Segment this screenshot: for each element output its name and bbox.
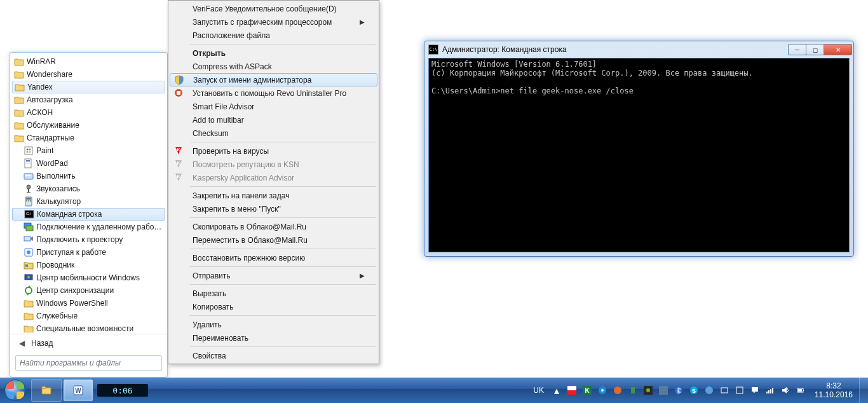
- start-button[interactable]: [0, 378, 31, 403]
- ctx-item[interactable]: Запуск от имени администратора: [170, 73, 377, 86]
- start-item-стандартные[interactable]: Стандартные: [12, 132, 165, 144]
- tray-app-icon-4[interactable]: [719, 385, 730, 396]
- start-item-обслуживание[interactable]: Обслуживание: [12, 119, 165, 132]
- start-item-калькулятор[interactable]: Калькулятор: [12, 195, 165, 208]
- explorer-icon: [24, 260, 34, 270]
- ctx-item[interactable]: Закрепить в меню "Пуск": [170, 202, 377, 215]
- start-item-подключение-к-удаленному-рабочему[interactable]: Подключение к удаленному рабочему: [12, 221, 165, 233]
- svg-point-48: [646, 388, 650, 392]
- start-item-winrar[interactable]: WinRAR: [12, 55, 165, 68]
- language-indicator[interactable]: UK: [528, 386, 549, 395]
- start-item-wordpad[interactable]: WordPad: [12, 157, 165, 170]
- svg-point-3: [27, 151, 29, 153]
- ctx-item[interactable]: Установить с помощью Revo Uninstaller Pr…: [170, 86, 377, 100]
- svg-rect-26: [25, 264, 28, 267]
- tray-app-icon-5[interactable]: [734, 385, 745, 396]
- clock-date: 11.10.2016: [815, 390, 853, 399]
- start-item-специальные-возможности[interactable]: Специальные возможности: [12, 322, 165, 332]
- svg-rect-0: [25, 147, 32, 154]
- start-item-выполнить[interactable]: Выполнить: [12, 170, 165, 182]
- clock-time: 8:32: [815, 381, 853, 390]
- svg-rect-57: [768, 390, 770, 393]
- tray-app-icon-3[interactable]: [703, 385, 715, 396]
- ctx-item[interactable]: KПроверить на вирусы: [170, 144, 377, 158]
- run-icon: [24, 171, 34, 181]
- ctx-item[interactable]: VeriFace Уведомительное сообщение(D): [170, 2, 377, 15]
- ctx-item[interactable]: Checksum: [170, 126, 377, 140]
- word-icon: W: [73, 385, 83, 395]
- tray-teamviewer-icon[interactable]: [597, 385, 608, 396]
- ctx-item[interactable]: Add to multibar: [170, 113, 377, 126]
- ctx-item[interactable]: Smart File Advisor: [170, 100, 377, 113]
- start-item-paint[interactable]: Paint: [12, 144, 165, 157]
- maximize-button[interactable]: ◻: [806, 44, 824, 55]
- tray-power-icon[interactable]: [795, 385, 806, 396]
- start-item-yandex[interactable]: Yandex: [12, 81, 165, 93]
- start-item-автозагрузка[interactable]: Автозагрузка: [12, 93, 165, 106]
- close-button[interactable]: ✕: [824, 44, 852, 55]
- start-item-label: WordPad: [36, 159, 68, 168]
- ctx-separator: [190, 217, 376, 218]
- ctx-item[interactable]: Переместить в Облако@Mail.Ru: [170, 233, 377, 247]
- start-item-подключить-к-проектору[interactable]: Подключить к проектору: [12, 233, 165, 246]
- ctx-item[interactable]: Compress with ASPack: [170, 60, 377, 73]
- start-item-аскон[interactable]: АСКОН: [12, 106, 165, 119]
- start-item-центр-синхронизации[interactable]: Центр синхронизации: [12, 284, 165, 297]
- ctx-item[interactable]: Восстановить прежнюю версию: [170, 251, 377, 264]
- tray-skype-icon[interactable]: S: [688, 385, 700, 396]
- tray-network-icon[interactable]: [764, 385, 776, 396]
- tray-flag-icon[interactable]: [566, 385, 578, 396]
- ctx-item[interactable]: Открыть: [170, 46, 377, 60]
- tray-nvidia-icon[interactable]: [642, 385, 654, 396]
- ctx-item[interactable]: Запустить с графическим процессором▶: [170, 15, 377, 29]
- taskbar-timer[interactable]: 0:06: [95, 379, 148, 402]
- ctx-item[interactable]: Удалить: [170, 318, 377, 331]
- ctx-item[interactable]: Отправить▶: [170, 269, 377, 282]
- folder-icon: [14, 57, 24, 67]
- system-tray: UK ▴ K S 8:32 11.10.2016: [528, 378, 868, 403]
- svg-rect-15: [26, 198, 31, 200]
- start-search-box[interactable]: [15, 355, 162, 371]
- start-item-центр-мобильности-windows[interactable]: Центр мобильности Windows: [12, 271, 165, 284]
- start-item-windows-powershell[interactable]: Windows PowerShell: [12, 297, 165, 310]
- folder-icon: [24, 324, 34, 332]
- tray-app-icon-2[interactable]: [658, 385, 669, 396]
- taskbar-explorer[interactable]: [31, 379, 62, 402]
- svg-rect-61: [803, 390, 804, 391]
- svg-text:C:\: C:\: [26, 212, 31, 215]
- ctx-item[interactable]: Копировать: [170, 300, 377, 313]
- ctx-item[interactable]: Расположение файла: [170, 29, 377, 42]
- ctx-item[interactable]: Закрепить на панели задач: [170, 189, 377, 202]
- ctx-item[interactable]: Свойства: [170, 349, 377, 362]
- show-desktop-button[interactable]: [859, 378, 868, 403]
- start-search-input[interactable]: [20, 359, 158, 367]
- tray-usb-icon[interactable]: [627, 385, 639, 396]
- start-item-командная-строка[interactable]: C:\Командная строка: [12, 208, 165, 221]
- start-menu-back[interactable]: ◀ Назад: [10, 334, 167, 352]
- tray-kaspersky-icon[interactable]: K: [581, 385, 593, 396]
- start-item-label: Подключение к удаленному рабочему: [36, 222, 163, 231]
- start-item-label: Выполнить: [36, 172, 76, 181]
- tray-app-icon-1[interactable]: [612, 385, 623, 396]
- start-item-служебные[interactable]: Служебные: [12, 310, 165, 322]
- tray-action-center-icon[interactable]: [749, 385, 761, 396]
- tray-volume-icon[interactable]: [780, 385, 791, 396]
- start-item-wondershare[interactable]: Wondershare: [12, 68, 165, 81]
- tray-chevron-icon[interactable]: ▴: [551, 385, 562, 396]
- kaspersky-gray-icon: K: [173, 159, 184, 169]
- tray-bluetooth-icon[interactable]: [673, 385, 684, 396]
- svg-text:K: K: [177, 147, 180, 152]
- minimize-button[interactable]: ─: [788, 44, 806, 55]
- taskbar-word[interactable]: W: [63, 379, 93, 402]
- start-item-приступая-к-работе[interactable]: Приступая к работе: [12, 246, 165, 259]
- cmd-output[interactable]: Microsoft Windows [Version 6.1.7601] (c)…: [428, 58, 850, 252]
- ctx-item[interactable]: Скопировать в Облако@Mail.Ru: [170, 220, 377, 233]
- ctx-item[interactable]: Переименовать: [170, 331, 377, 345]
- cmd-titlebar[interactable]: C:\ Администратор: Командная строка ─ ◻ …: [424, 41, 853, 58]
- start-item-проводник[interactable]: Проводник: [12, 259, 165, 271]
- svg-point-25: [27, 250, 31, 254]
- start-item-звукозапись[interactable]: Звукозапись: [12, 182, 165, 195]
- rdp-icon: [24, 222, 34, 232]
- taskbar-clock[interactable]: 8:32 11.10.2016: [808, 381, 859, 399]
- ctx-item[interactable]: Вырезать: [170, 287, 377, 300]
